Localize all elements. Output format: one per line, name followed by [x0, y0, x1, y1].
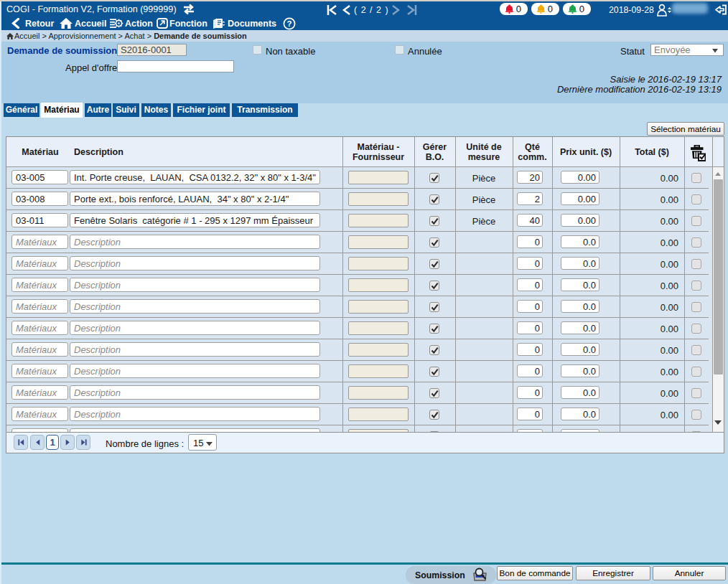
svg-text:?: ? — [286, 19, 291, 28]
